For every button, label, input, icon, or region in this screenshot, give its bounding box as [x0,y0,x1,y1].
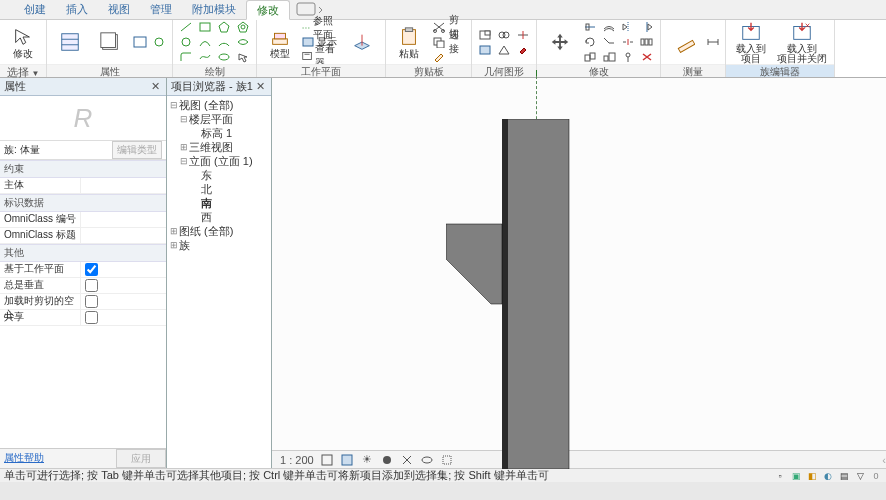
filter4-icon[interactable]: ◐ [822,470,834,482]
move-button[interactable] [541,20,579,64]
delete-icon[interactable] [638,50,656,64]
notch-icon[interactable] [476,28,494,42]
tab-addins[interactable]: 附加模块 [182,0,246,19]
filter2-icon[interactable]: ▣ [790,470,802,482]
tree-item[interactable]: ⊟视图 (全部) [167,98,271,112]
filter1-icon[interactable]: ▫ [774,470,786,482]
viewer-button[interactable]: 查看器 [301,49,341,63]
load-project-button[interactable]: 载入到 项目 [730,20,772,64]
apply-button[interactable]: 应用 [116,449,166,468]
properties-button[interactable] [51,20,89,64]
tool-icon[interactable] [131,35,149,49]
spline-icon[interactable] [196,50,214,64]
tree-item[interactable]: ⊞三维视图 [167,140,271,154]
pin-icon[interactable] [619,50,637,64]
drawing-canvas[interactable] [272,78,886,450]
rotate-icon[interactable] [581,35,599,49]
browser-tree[interactable]: ⊟视图 (全部)⊟楼层平面标高 1⊞三维视图⊟立面 (立面 1)东北南西⊞图纸 … [167,96,271,468]
tree-item[interactable]: 西 [167,210,271,224]
copy-icon[interactable] [430,35,448,49]
tree-item[interactable]: ⊟楼层平面 [167,112,271,126]
copy-icon[interactable] [581,50,599,64]
section-other: 其他 [0,244,166,262]
mirror2-icon[interactable] [638,20,656,34]
align-icon[interactable] [581,20,599,34]
arc-tangent-icon[interactable] [234,35,252,49]
cut-icon[interactable] [430,20,448,34]
close-icon[interactable]: ✕ [253,80,267,94]
scale-text[interactable]: 1 : 200 [280,454,314,466]
measure-button[interactable] [665,20,703,64]
tree-item[interactable]: ⊟立面 (立面 1) [167,154,271,168]
set-workplane-button[interactable] [343,20,381,64]
splitface-icon[interactable] [495,43,513,57]
properties-help-link[interactable]: 属性帮助 [0,449,116,468]
tab-insert[interactable]: 插入 [56,0,98,19]
visual-style-icon[interactable] [340,453,354,467]
split-icon[interactable] [619,35,637,49]
tab-create[interactable]: 创建 [14,0,56,19]
mirror-icon[interactable] [619,20,637,34]
tab-manage[interactable]: 管理 [140,0,182,19]
refplane-button[interactable]: 参照平面 [301,21,341,35]
svg-rect-46 [649,39,652,45]
join-geom-icon[interactable] [495,28,513,42]
filter5-icon[interactable]: ▤ [838,470,850,482]
panel-measure-label: 测量 [661,64,725,77]
shadow-icon[interactable] [380,453,394,467]
circle-icon[interactable] [177,35,195,49]
filter7-icon[interactable]: 0 [870,470,882,482]
modify-button[interactable]: 修改 [4,20,42,64]
line-icon[interactable] [177,20,195,34]
tree-item[interactable]: 南 [167,196,271,210]
sun-icon[interactable]: ☀ [360,453,374,467]
load-close-button[interactable]: 载入到 项目并关闭 [774,20,830,64]
detail-level-icon[interactable] [320,453,334,467]
tree-item[interactable]: 东 [167,168,271,182]
tree-item[interactable]: ⊞族 [167,238,271,252]
panel-properties: 属性 [47,20,173,77]
polygon-in-icon[interactable] [215,20,233,34]
close-icon[interactable]: ✕ [148,80,162,94]
tool-icon[interactable] [150,35,168,49]
wall-icon[interactable] [476,43,494,57]
shared-checkbox[interactable] [85,311,98,324]
matchtype-icon[interactable] [430,50,448,64]
fillet-icon[interactable] [177,50,195,64]
edit-type-button[interactable]: 编辑类型 [112,141,162,159]
vertical-checkbox[interactable] [85,279,98,292]
split-icon[interactable] [514,28,532,42]
filter3-icon[interactable]: ◧ [806,470,818,482]
paint-icon[interactable] [514,43,532,57]
tree-item[interactable]: ⊞图纸 (全部) [167,224,271,238]
tree-item[interactable]: 北 [167,182,271,196]
trim-icon[interactable] [600,35,618,49]
workplane-checkbox[interactable] [85,263,98,276]
panel-modify: 修改 [537,20,661,77]
scale-icon[interactable] [600,50,618,64]
model-button[interactable]: 模型 [261,20,299,64]
hide-icon[interactable] [420,453,434,467]
panel-workplane: 模型 参照平面 显示 查看器 工作平面 [257,20,386,77]
polygon-out-icon[interactable] [234,20,252,34]
crop-icon[interactable] [400,453,414,467]
host-input[interactable] [83,180,166,191]
offset-icon[interactable] [600,20,618,34]
array-icon[interactable] [638,35,656,49]
arc-center-icon[interactable] [215,35,233,49]
cutvoid-checkbox[interactable] [85,295,98,308]
tree-item[interactable]: 标高 1 [167,126,271,140]
omni-title-input[interactable] [83,230,166,241]
arc-start-icon[interactable] [196,35,214,49]
tab-view[interactable]: 视图 [98,0,140,19]
rect-icon[interactable] [196,20,214,34]
tab-modify[interactable]: 修改 [246,0,290,20]
pick-icon[interactable] [234,50,252,64]
filter6-icon[interactable]: ▽ [854,470,866,482]
ellipse-icon[interactable] [215,50,233,64]
omni-num-input[interactable] [83,214,166,225]
paste-button[interactable]: 粘贴 [390,20,428,64]
dim-icon[interactable] [705,35,721,49]
family-types-button[interactable] [91,20,129,64]
svg-rect-27 [437,41,444,48]
